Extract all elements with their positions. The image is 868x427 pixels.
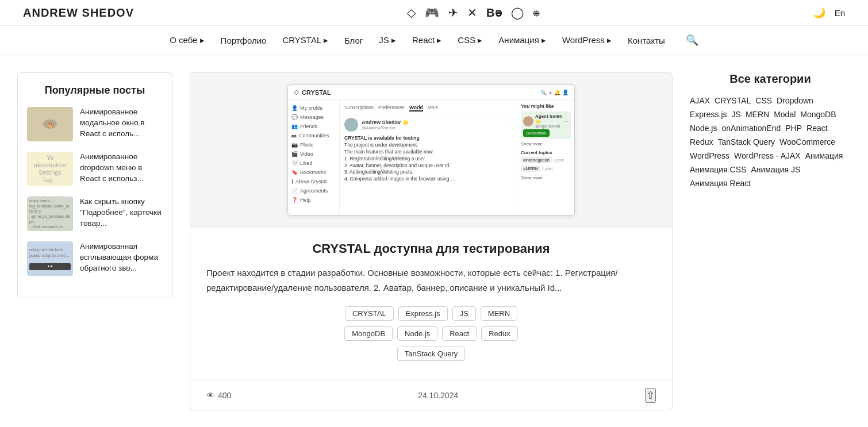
cat-mern[interactable]: MERN xyxy=(746,110,769,119)
categories-title: Все категории xyxy=(690,72,851,86)
mock-right-panel: You might like Agent Smith 🌟 @AgentSmith… xyxy=(517,100,574,215)
post-title: Анимированное модальное окно в React с и… xyxy=(80,107,163,140)
cat-dropdown[interactable]: Dropdown xyxy=(777,96,813,105)
nav-item-portfolio[interactable]: Портфолио xyxy=(221,36,267,45)
list-item[interactable]: Yo placeholderSettingsTag... Анимированн… xyxy=(27,152,163,186)
mock-show-more-topics[interactable]: Show more xyxy=(521,175,571,180)
cat-js[interactable]: JS xyxy=(732,110,741,119)
dark-mode-toggle[interactable]: 🌙 xyxy=(813,6,825,19)
mock-app-sidebar: 👤My profile 💬Messages 👥Friends 🏘Communit… xyxy=(288,100,340,215)
cat-crystal[interactable]: CRYSTAL xyxy=(715,96,751,105)
cat-woocommerce[interactable]: WooCommerce xyxy=(779,137,835,147)
mock-feed-content: Subscriptions Preferences World Mine And… xyxy=(340,100,517,215)
post-title: Как скрыть кнопку "Подробнее", карточки … xyxy=(80,197,163,229)
sidebar-left: Популярные посты 🐴 Анимированное модальн… xyxy=(17,72,172,410)
top-right-controls: 🌙 En xyxy=(813,6,845,19)
tags-row-2: MongoDB Node.js React Redux xyxy=(206,326,656,341)
post-title: Анимированная всплывающая форма обратног… xyxy=(80,241,163,274)
tag-expressjs[interactable]: Express.js xyxy=(398,306,448,321)
cat-redux[interactable]: Redux xyxy=(690,137,713,147)
nav-item-wordpress[interactable]: WordPress ▸ xyxy=(562,35,612,45)
mock-tab-mine: Mine xyxy=(428,105,438,111)
cat-css[interactable]: CSS xyxy=(755,96,772,105)
main-content: ◇ CRYSTAL 🔍 ▲ 🔔 👤 👤My profile 💬Messages … xyxy=(172,72,690,410)
discord-icon[interactable]: 🎮 xyxy=(425,6,439,20)
cat-ajax[interactable]: AJAX xyxy=(690,96,710,105)
tag-react[interactable]: React xyxy=(442,326,477,341)
mock-sidebar-messages: 💬Messages xyxy=(291,113,336,122)
views-count: 👁 400 xyxy=(206,391,231,400)
telegram-icon[interactable]: ✈ xyxy=(448,6,458,20)
nav-item-js[interactable]: JS ▸ xyxy=(379,35,396,45)
mock-agent-box: Agent Smith 🌟 @AgentSmith ··· Subscribe xyxy=(521,111,571,139)
article-date: 24.10.2024 xyxy=(418,391,458,400)
mock-sidebar-liked: 🤍Liked xyxy=(291,159,336,168)
share-button[interactable]: ⇧ xyxy=(645,388,656,403)
tag-mongodb[interactable]: MongoDB xyxy=(344,326,393,341)
cat-onanimationend[interactable]: onAnimationEnd xyxy=(721,124,781,133)
cat-mongodb[interactable]: MongoDB xyxy=(800,110,836,119)
nav-item-contacts[interactable]: Контакты xyxy=(628,36,665,45)
diamond-icon[interactable]: ◇ xyxy=(407,6,416,20)
mock-sidebar-help: ❓Help xyxy=(291,195,336,205)
mock-tab-preferences: Preferences xyxy=(378,105,405,111)
mock-avatar xyxy=(344,118,358,132)
twitter-icon[interactable]: ✕ xyxy=(467,6,477,20)
mock-post-handle: @AndrewShedov xyxy=(362,125,409,130)
cat-animation-css[interactable]: Анимация CSS xyxy=(690,165,746,174)
nav-item-blog[interactable]: Блог xyxy=(344,36,363,45)
svg-text:🐴: 🐴 xyxy=(47,122,53,128)
cat-react[interactable]: React xyxy=(806,124,828,133)
cat-tanstack[interactable]: TanStack Query xyxy=(717,137,775,147)
mock-post-header: Andrew Shedov 🌟 @AndrewShedov ··· xyxy=(344,118,512,132)
cat-animation-react[interactable]: Анимация React xyxy=(690,179,751,188)
cat-php[interactable]: PHP xyxy=(785,124,802,133)
list-item[interactable]: the button for one of stock items…tag_te… xyxy=(27,197,163,231)
mock-sidebar-video: 🎬Video xyxy=(291,149,336,159)
tag-redux[interactable]: Redux xyxy=(481,326,518,341)
cat-animation[interactable]: Анимация xyxy=(805,151,843,160)
tag-tanstack[interactable]: TanStack Query xyxy=(397,347,466,361)
eye-icon: 👁 xyxy=(206,391,214,400)
mock-subscribe-button[interactable]: Subscribe xyxy=(523,129,550,137)
behance-icon[interactable]: Bǝ xyxy=(486,6,501,20)
site-title: ANDREW SHEDOV xyxy=(23,6,134,20)
tag-crystal[interactable]: CRYSTAL xyxy=(345,306,394,321)
article-title: CRYSTAL доступна для тестирования xyxy=(206,241,656,256)
nav-item-animation[interactable]: Анимация ▸ xyxy=(498,35,546,45)
mock-agent-options: ··· xyxy=(564,118,569,124)
categories-list: AJAX CRYSTAL CSS Dropdown Express.js JS … xyxy=(690,96,851,188)
mock-sidebar-friends: 👥Friends xyxy=(291,122,336,131)
nav-item-crystal[interactable]: CRYSTAL ▸ xyxy=(282,35,328,45)
list-item[interactable]: 🐴 Анимированное модальное окно в React с… xyxy=(27,107,163,141)
tag-mern[interactable]: MERN xyxy=(481,306,517,321)
mock-sidebar-communities: 🏘Communities xyxy=(291,131,336,140)
nav-item-css[interactable]: CSS ▸ xyxy=(458,35,482,45)
mock-topic-1: #interrogation 1 post xyxy=(521,157,571,164)
mock-agent-handle: @AgentSmith xyxy=(535,124,562,128)
mock-current-topics: Current topics #interrogation 1 post #ME… xyxy=(521,150,571,180)
list-item[interactable]: add pure html best popup u dig cls pres…… xyxy=(27,241,163,276)
cat-wordpress-ajax[interactable]: WordPress - AJAX xyxy=(734,151,801,160)
cat-expressjs[interactable]: Express.js xyxy=(690,110,727,119)
post-title: Анимированное dropdown меню в React с ис… xyxy=(80,152,163,184)
cat-modal[interactable]: Modal xyxy=(774,110,796,119)
mock-agent-name: Agent Smith 🌟 xyxy=(535,114,562,124)
cat-animation-js[interactable]: Анимация JS xyxy=(751,165,800,174)
cat-wordpress[interactable]: WordPress xyxy=(690,151,729,160)
cat-nodejs[interactable]: Node.js xyxy=(690,124,717,133)
search-icon[interactable]: 🔍 xyxy=(686,34,698,47)
post-thumbnail: add pure html best popup u dig cls pres…… xyxy=(27,241,73,276)
sidebar-right: Все категории AJAX CRYSTAL CSS Dropdown … xyxy=(690,72,851,410)
popular-posts-box: Популярные посты 🐴 Анимированное модальн… xyxy=(17,72,172,298)
tag-nodejs[interactable]: Node.js xyxy=(397,326,437,341)
nav-item-react[interactable]: React ▸ xyxy=(412,35,441,45)
post-thumbnail: Yo placeholderSettingsTag... xyxy=(27,152,73,186)
language-switcher[interactable]: En xyxy=(835,8,845,18)
tag-js[interactable]: JS xyxy=(452,306,476,321)
nav-item-about[interactable]: О себе ▸ xyxy=(170,35,204,45)
github-icon[interactable]: ⎈ xyxy=(533,6,540,20)
article-body: CRYSTAL доступна для тестирования Проект… xyxy=(190,228,672,380)
mock-show-more[interactable]: Show more xyxy=(521,141,571,147)
codepen-icon[interactable]: ◯ xyxy=(511,6,524,20)
